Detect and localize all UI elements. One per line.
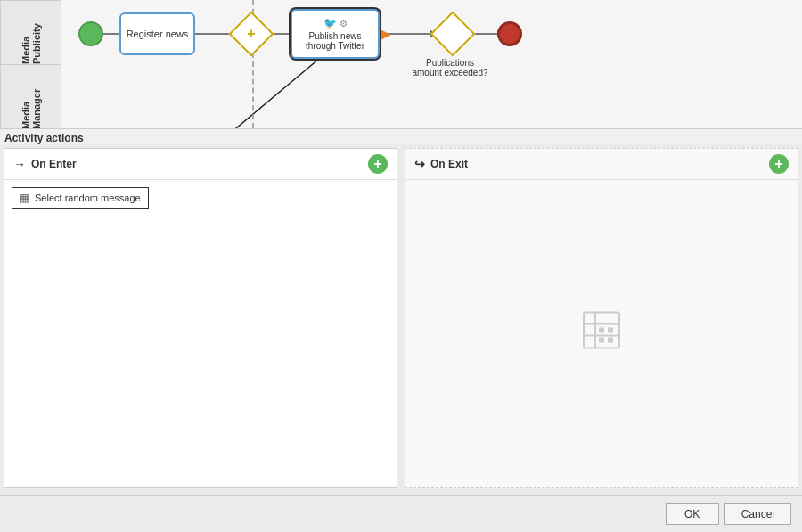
start-node [78,21,103,46]
footer: OK Cancel [0,495,802,532]
on-enter-arrow-icon: → [13,157,26,171]
lane-labels: Media Publicity Media Manager [0,0,61,129]
action-panels-container: → On Enter + ▦ Select random message ↪ [0,144,802,498]
on-enter-add-button[interactable]: + [368,154,388,174]
svg-rect-18 [608,337,613,342]
svg-rect-15 [599,327,604,332]
random-message-icon: ▦ [20,192,29,204]
action-panels: → On Enter + ▦ Select random message ↪ [0,144,802,492]
svg-rect-17 [599,337,604,342]
twitter-icon: 🐦 [323,17,337,29]
activity-actions-label: Activity actions [4,132,84,144]
on-exit-header: ↪ On Exit + [405,149,798,180]
on-enter-header: → On Enter + [4,149,397,180]
on-exit-content [405,180,798,487]
cancel-button[interactable]: Cancel [724,503,791,525]
svg-rect-16 [608,327,613,332]
empty-state-icon [579,307,624,360]
on-exit-panel: ↪ On Exit + [405,148,798,488]
diagram-area: Media Publicity Media Manager [0,0,802,129]
register-news-task[interactable]: Register news [119,12,195,55]
publish-news-task[interactable]: 🐦 ⚙ Publish newsthrough Twitter ▶ [291,9,380,59]
on-exit-title: ↪ On Exit [414,157,468,171]
diagram-content: Register news + 🐦 ⚙ Publish newsthrough … [61,0,802,128]
lane-media-publicity: Media Publicity [0,0,61,64]
on-enter-panel: → On Enter + ▦ Select random message [4,148,397,488]
on-exit-arrow-icon: ↪ [414,157,425,171]
end-node [497,21,522,46]
lane-media-manager: Media Manager [0,64,61,129]
ok-button[interactable]: OK [666,503,719,525]
on-exit-add-button[interactable]: + [769,154,789,174]
gateway2-label: Publications amount exceeded? [410,58,490,78]
on-enter-content: ▦ Select random message [4,180,397,487]
svg-line-10 [203,59,319,128]
gear-icon2: ⚙ [340,19,348,29]
select-random-message-item[interactable]: ▦ Select random message [12,187,149,209]
on-enter-title: → On Enter [13,157,77,171]
